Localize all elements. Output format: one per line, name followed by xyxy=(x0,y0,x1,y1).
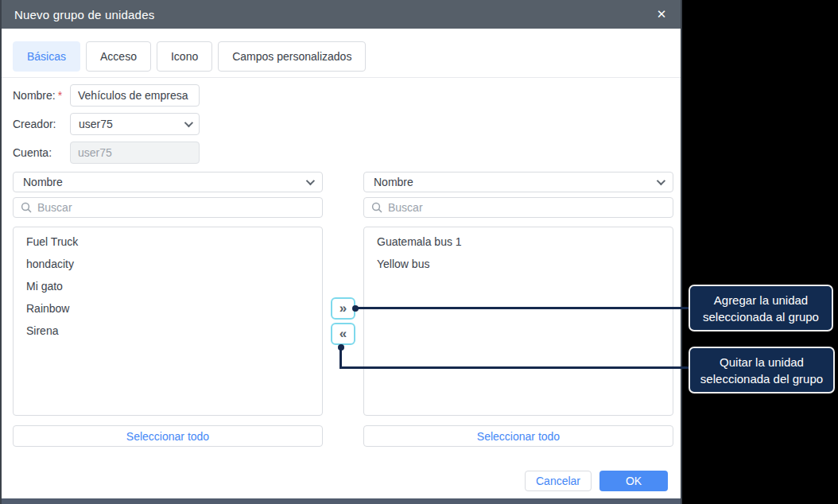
unit-item[interactable]: Fuel Truck xyxy=(14,231,322,253)
tab-basicas[interactable]: Básicas xyxy=(13,41,80,72)
creator-select[interactable]: user75 xyxy=(70,113,200,135)
unit-item[interactable]: hondacity xyxy=(14,253,322,275)
right-filter-value: Nombre xyxy=(374,176,413,188)
unit-item[interactable]: Guatemala bus 1 xyxy=(364,231,673,253)
unit-item[interactable]: Sirena xyxy=(14,320,322,342)
available-units-list: Fuel TruckhondacityMi gatoRainbowSirena xyxy=(13,227,323,416)
group-units-list: Guatemala bus 1Yellow bus xyxy=(363,227,673,416)
right-search-input[interactable] xyxy=(388,201,665,214)
screen: Nuevo grupo de unidades ✕ Básicas Acceso… xyxy=(0,0,838,504)
tab-icono[interactable]: Icono xyxy=(157,41,212,72)
name-label: Nombre:* xyxy=(13,84,62,107)
left-select-all-button[interactable]: Seleccionar todo xyxy=(13,425,323,447)
callout-line-add xyxy=(355,307,690,309)
new-unit-group-dialog: Nuevo grupo de unidades ✕ Básicas Acceso… xyxy=(0,0,682,504)
right-select-all-button[interactable]: Seleccionar todo xyxy=(363,425,673,447)
tab-campos-personalizados[interactable]: Campos personalizados xyxy=(218,41,366,72)
callout-elbow-remove xyxy=(339,347,342,369)
callout-line-remove xyxy=(339,366,690,369)
close-icon[interactable]: ✕ xyxy=(652,0,671,29)
callout-dot-remove xyxy=(338,344,344,351)
chevron-down-icon xyxy=(657,176,665,185)
right-search-box xyxy=(363,197,673,218)
dialog-titlebar: Nuevo grupo de unidades ✕ xyxy=(2,0,681,29)
account-input xyxy=(70,142,200,164)
annotation-remove-unit: Quitar la unidad seleccionada del grupo xyxy=(689,347,835,394)
name-input[interactable] xyxy=(70,84,200,107)
chevron-down-icon xyxy=(184,118,193,127)
account-label: Cuenta: xyxy=(13,142,52,164)
unit-item[interactable]: Mi gato xyxy=(14,275,322,297)
left-search-box xyxy=(13,197,323,218)
search-icon xyxy=(21,202,32,213)
unit-item[interactable]: Yellow bus xyxy=(364,253,673,275)
required-asterisk: * xyxy=(58,89,62,102)
creator-label: Creador: xyxy=(13,113,56,135)
tab-bar: Básicas Acceso Icono Campos personalizad… xyxy=(13,41,366,72)
annotation-add-unit: Agregar la unidad seleccionada al grupo xyxy=(689,285,833,331)
left-search-input[interactable] xyxy=(37,201,315,214)
search-icon xyxy=(371,202,382,213)
left-filter-value: Nombre xyxy=(23,176,63,188)
unit-item[interactable]: Rainbow xyxy=(14,297,322,320)
left-filter-select[interactable]: Nombre xyxy=(13,172,323,192)
cancel-button[interactable]: Cancelar xyxy=(525,471,592,491)
callout-dot-add xyxy=(352,305,359,312)
tabs-divider xyxy=(2,77,681,78)
right-filter-select[interactable]: Nombre xyxy=(363,172,673,192)
remove-from-group-button[interactable]: « xyxy=(331,323,355,345)
tab-acceso[interactable]: Acceso xyxy=(86,41,151,72)
creator-select-value: user75 xyxy=(79,118,113,130)
ok-button[interactable]: OK xyxy=(599,471,668,491)
chevron-down-icon xyxy=(306,176,315,185)
dialog-bottom-edge xyxy=(2,498,681,504)
dialog-title: Nuevo grupo de unidades xyxy=(2,8,154,21)
